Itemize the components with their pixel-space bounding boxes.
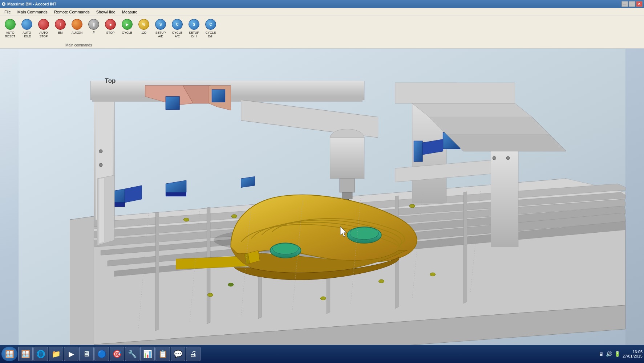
menu-bar: File Main Commands Remote Commands Show/…: [0, 8, 644, 16]
clock-date: 27/01/2015: [623, 354, 643, 358]
window-title: Massimo BM - Accord INT: [7, 2, 56, 6]
taskbar-app-6[interactable]: 🎯: [110, 347, 124, 361]
svg-text:Top: Top: [105, 77, 116, 84]
toolbar-label-auto-stop: AUTO STOP: [37, 31, 50, 38]
svg-point-72: [506, 156, 510, 160]
taskbar-app-2[interactable]: 📁: [49, 347, 63, 361]
svg-rect-34: [330, 138, 364, 179]
taskbar-app-5[interactable]: 🔵: [94, 347, 109, 361]
taskbar-app-11[interactable]: 🖨: [186, 347, 201, 361]
toolbar-icon-cycle-dh: C: [205, 19, 216, 30]
toolbar-icon-auto-stop: [38, 19, 49, 30]
svg-point-17: [183, 218, 189, 221]
toolbar-btn-120[interactable]: %120: [136, 17, 152, 42]
svg-marker-45: [241, 176, 255, 187]
toolbar-label-em: EM: [58, 31, 63, 34]
taskbar-app-7[interactable]: 🔧: [125, 347, 139, 361]
svg-rect-53: [414, 141, 422, 162]
toolbar-label-setup-dh: SETUP D/H: [187, 31, 201, 38]
toolbar-label-pause: //: [93, 31, 95, 34]
svg-point-26: [228, 283, 234, 286]
svg-marker-16: [70, 216, 94, 345]
minimize-button[interactable]: —: [621, 1, 628, 7]
toolbar-label-setup-ae: SETUP A/E: [154, 31, 167, 38]
taskbar-app-4[interactable]: 🖥: [79, 347, 94, 361]
taskbar-app-10[interactable]: 💬: [171, 347, 185, 361]
toolbar-btn-auto-reset[interactable]: AUTO RESET: [2, 17, 18, 42]
toolbar-btn-cycle-dh[interactable]: CCYCLE D/H: [203, 17, 219, 42]
maximize-button[interactable]: □: [629, 1, 635, 7]
svg-marker-14: [463, 192, 467, 303]
menu-item-main-commands[interactable]: Main Commands: [15, 9, 50, 15]
menu-item-remote-commands[interactable]: Remote Commands: [51, 9, 93, 15]
svg-rect-36: [342, 192, 352, 199]
toolbar-label-120: 120: [141, 31, 146, 34]
toolbar-icon-120: %: [138, 19, 150, 30]
toolbar-btn-cycle[interactable]: ▶CYCLE: [119, 17, 135, 42]
svg-point-69: [99, 150, 102, 153]
taskbar-app-8[interactable]: 📊: [140, 347, 155, 361]
menu-item-measure[interactable]: Measure: [119, 9, 141, 15]
title-bar: ⚙ Massimo BM - Accord INT — □ ✕: [0, 0, 644, 8]
toolbar-btn-setup-dh[interactable]: SSETUP D/H: [186, 17, 202, 42]
toolbar-label-cycle-dh: CYCLE D/H: [204, 31, 218, 38]
taskbar-sound-icon: 🔊: [606, 351, 612, 357]
taskbar-app-9[interactable]: 📋: [155, 347, 170, 361]
svg-rect-68: [491, 151, 518, 247]
toolbar-icon-setup-ae: S: [155, 19, 166, 30]
menu-item-file[interactable]: File: [1, 9, 14, 15]
toolbar-icon-stop: ■: [105, 19, 116, 30]
taskbar-clock: 16:05 27/01/2015: [623, 350, 643, 358]
toolbar-btn-auto-hold[interactable]: AUTO HOLD: [19, 17, 35, 42]
toolbar-icon-cycle: ▶: [121, 19, 133, 30]
title-bar-left: ⚙ Massimo BM - Accord INT: [1, 1, 56, 7]
svg-marker-65: [429, 117, 549, 134]
taskbar-right: 🖥 🔊 🔋 16:05 27/01/2015: [599, 350, 643, 358]
toolbar-icon-auto-hold: [21, 19, 33, 30]
toolbar-icon-setup-dh: S: [188, 19, 200, 30]
toolbar-label-cycle: CYCLE: [122, 31, 132, 34]
toolbar-icon-auto-reset: [4, 19, 16, 30]
toolbar-btn-auto-stop[interactable]: AUTO STOP: [36, 17, 52, 42]
svg-marker-66: [446, 134, 566, 151]
taskbar-app-0[interactable]: 🪟: [18, 347, 33, 361]
toolbar-icon-cycle-ae: C: [171, 19, 183, 30]
toolbar-btn-cycle-ae[interactable]: CCYCLE A/E: [169, 17, 185, 42]
svg-point-21: [409, 204, 415, 208]
taskbar: 🪟 🪟🌐📁▶🖥🔵🎯🔧📊📋💬🖨 🖥 🔊 🔋 16:05 27/01/2015: [0, 345, 644, 363]
svg-rect-35: [340, 179, 355, 192]
toolbar: AUTO RESETAUTO HOLDAUTO STOP!EMAUXON‖//■…: [0, 16, 644, 49]
viewport-3d[interactable]: Top: [0, 49, 644, 345]
toolbar-btn-em[interactable]: !EM: [52, 17, 68, 42]
3d-scene-svg: Top: [0, 49, 644, 345]
svg-point-25: [207, 293, 213, 297]
taskbar-app-1[interactable]: 🌐: [33, 347, 48, 361]
svg-point-71: [493, 156, 496, 160]
taskbar-apps: 🪟🌐📁▶🖥🔵🎯🔧📊📋💬🖨: [18, 347, 201, 361]
toolbar-label-stop: STOP: [106, 31, 115, 34]
toolbar-btn-setup-ae[interactable]: SSETUP A/E: [153, 17, 169, 42]
svg-point-18: [231, 215, 237, 218]
clock-time: 16:05: [632, 350, 643, 354]
toolbar-label: Main commands: [65, 43, 92, 47]
toolbar-btn-auxon[interactable]: AUXON: [69, 17, 85, 42]
start-button[interactable]: 🪟: [1, 347, 17, 361]
close-button[interactable]: ✕: [636, 1, 643, 7]
toolbar-group-main: AUTO RESETAUTO HOLDAUTO STOP!EMAUXON‖//■…: [2, 17, 219, 42]
toolbar-label-auto-hold: AUTO HOLD: [20, 31, 34, 38]
taskbar-app-3[interactable]: ▶: [64, 347, 78, 361]
app-icon: ⚙: [1, 1, 6, 7]
svg-rect-50: [212, 90, 225, 102]
svg-point-23: [320, 297, 326, 300]
svg-rect-44: [166, 192, 186, 196]
toolbar-label-cycle-ae: CYCLE A/E: [170, 31, 184, 38]
menu-item-show-hide[interactable]: Show/Hide: [93, 9, 118, 15]
taskbar-battery-icon: 🔋: [614, 351, 620, 357]
toolbar-icon-auxon: [71, 19, 83, 30]
toolbar-icon-em: !: [54, 19, 66, 30]
toolbar-btn-stop[interactable]: ■STOP: [102, 17, 118, 42]
toolbar-btn-pause[interactable]: ‖//: [86, 17, 102, 42]
toolbar-label-auxon: AUXON: [72, 31, 82, 34]
svg-point-22: [378, 280, 384, 283]
svg-rect-49: [166, 97, 179, 110]
